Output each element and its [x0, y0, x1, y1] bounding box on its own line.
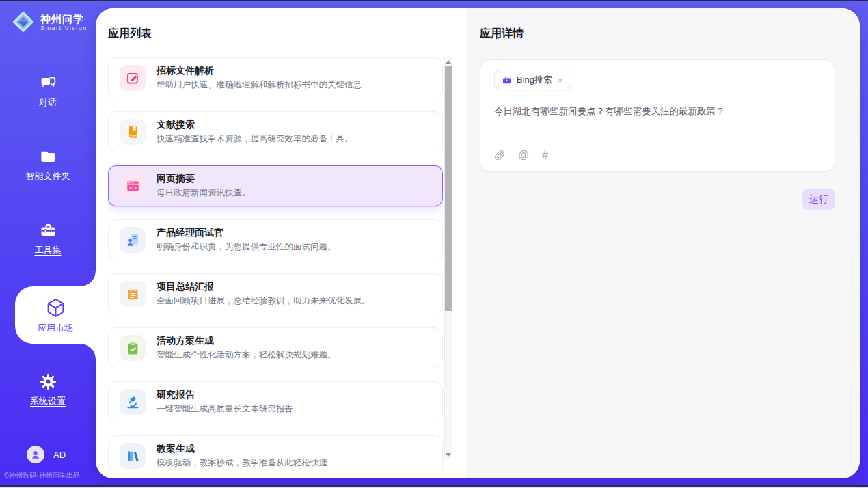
toolbox-icon — [39, 221, 57, 240]
brand-diamond-icon — [12, 10, 35, 33]
mention-icon[interactable]: @ — [518, 150, 529, 161]
sidebar-item-label: 对话 — [39, 98, 57, 107]
clipboard-check-icon — [120, 335, 146, 361]
app-card-text: 活动方案生成 智能生成个性化活动方案，轻松解决规划难题。 — [157, 335, 336, 361]
app-desc: 明确身份和职责，为您提供专业性的面试问题。 — [157, 241, 336, 253]
app-card-web-summary[interactable]: </> 网页摘要 每日政府新闻资讯快查。 — [108, 165, 443, 206]
app-detail-title: 应用详情 — [480, 27, 835, 41]
book-icon — [120, 119, 146, 145]
window-top-edge — [0, 0, 868, 1]
app-desc: 智能生成个性化活动方案，轻松解决规划难题。 — [157, 349, 336, 361]
sidebar-item-app-market[interactable]: 应用市场 — [15, 286, 96, 344]
microscope-icon — [120, 389, 146, 415]
attachment-icon[interactable] — [494, 150, 505, 161]
sidebar-item-toolset[interactable]: 工具集 — [0, 213, 96, 263]
sidebar-item-settings[interactable]: 系统设置 — [0, 364, 96, 414]
app-card-event-plan[interactable]: 活动方案生成 智能生成个性化活动方案，轻松解决规划难题。 — [108, 327, 443, 368]
app-title: 活动方案生成 — [157, 335, 336, 346]
app-card-text: 网页摘要 每日政府新闻资讯快查。 — [157, 173, 251, 199]
app-window: 神州问学 Smart Vision 对话 智能文件夹 — [0, 0, 868, 488]
brand-logo: 神州问学 Smart Vision — [0, 0, 96, 33]
brand-name: 神州问学 — [40, 13, 87, 25]
app-card-text: 项目总结汇报 全面回顾项目进展，总结经验教训，助力未来优化发展。 — [157, 281, 370, 307]
sidebar-item-label: 应用市场 — [38, 323, 73, 333]
sidebar-item-chat[interactable]: 对话 — [0, 65, 96, 116]
app-desc: 一键智能生成高质量长文本研究报告 — [157, 403, 293, 415]
user-initials: AD — [53, 450, 66, 460]
sidebar-item-label: 智能文件夹 — [26, 172, 70, 181]
avatar — [27, 446, 44, 463]
tool-tag-bing-search[interactable]: Bing搜索 × — [494, 70, 571, 90]
brand-text: 神州问学 Smart Vision — [40, 13, 87, 31]
app-title: 产品经理面试官 — [157, 227, 336, 238]
app-desc: 全面回顾项目进展，总结经验教训，助力未来优化发展。 — [157, 295, 370, 307]
scroll-down-arrow[interactable] — [445, 450, 452, 459]
person-icon — [29, 448, 42, 461]
books-icon — [120, 443, 146, 469]
sidebar-item-smart-folder[interactable]: 智能文件夹 — [0, 139, 96, 189]
sidebar-item-label: 系统设置 — [30, 396, 66, 406]
list-scrollbar[interactable] — [444, 57, 452, 459]
app-detail-panel: 应用详情 Bing搜索 × 今日湖北有哪些新闻要点？有哪些需要关注的最新政策？ — [466, 8, 860, 478]
pen-square-icon — [120, 65, 146, 91]
hashtag-icon[interactable]: # — [542, 150, 548, 161]
app-desc: 每日政府新闻资讯快查。 — [157, 187, 251, 199]
sidebar-nav: 对话 智能文件夹 工具集 — [0, 65, 96, 414]
app-title: 招标文件解析 — [157, 65, 362, 76]
app-title: 文献搜索 — [157, 119, 353, 130]
user-profile[interactable]: AD — [27, 446, 66, 463]
app-card-research-report[interactable]: 研究报告 一键智能生成高质量长文本研究报告 — [108, 381, 443, 422]
app-card-text: 招标文件解析 帮助用户快速、准确地理解和解析招标书中的关键信息 — [157, 65, 362, 91]
memo-icon — [120, 281, 146, 307]
app-list-title: 应用列表 — [108, 27, 152, 41]
prompt-text[interactable]: 今日湖北有哪些新闻要点？有哪些需要关注的最新政策？ — [494, 105, 821, 150]
app-card-pm-interviewer[interactable]: 产品经理面试官 明确身份和职责，为您提供专业性的面试问题。 — [108, 219, 443, 260]
gear-icon — [39, 372, 57, 391]
folder-icon — [39, 148, 57, 166]
copyright-text: ©神州数码·神州问学出品 — [4, 471, 80, 480]
app-title: 项目总结汇报 — [157, 281, 370, 292]
app-card-text: 产品经理面试官 明确身份和职责，为您提供专业性的面试问题。 — [157, 227, 336, 253]
app-title: 教案生成 — [157, 443, 327, 454]
tool-tag-label: Bing搜索 — [517, 74, 552, 86]
sidebar-item-label: 工具集 — [35, 245, 62, 255]
browser-code-icon: </> — [120, 173, 146, 199]
main-content: 应用列表 招标文件解析 帮助用户快速、准确地理解和解析招标书中的关键信息 — [96, 8, 860, 478]
briefcase-icon — [502, 75, 512, 85]
scroll-up-arrow[interactable] — [445, 57, 452, 66]
app-list-panel: 应用列表 招标文件解析 帮助用户快速、准确地理解和解析招标书中的关键信息 — [96, 8, 466, 478]
app-card-text: 研究报告 一键智能生成高质量长文本研究报告 — [157, 389, 293, 415]
app-title: 研究报告 — [157, 389, 293, 400]
sidebar: 神州问学 Smart Vision 对话 智能文件夹 — [0, 0, 96, 488]
app-card-literature-search[interactable]: 文献搜索 快速精准查找学术资源，提高研究效率的必备工具。 — [108, 111, 443, 152]
app-desc: 帮助用户快速、准确地理解和解析招标书中的关键信息 — [157, 79, 362, 91]
composer-toolbar: @ # — [494, 150, 821, 163]
close-icon[interactable]: × — [557, 76, 564, 85]
interviewer-icon — [120, 227, 146, 253]
cube-icon — [46, 298, 66, 318]
app-card-text: 文献搜索 快速精准查找学术资源，提高研究效率的必备工具。 — [157, 119, 353, 145]
run-button[interactable]: 运行 — [802, 189, 835, 210]
brand-subtitle: Smart Vision — [40, 25, 87, 31]
svg-text:</>: </> — [128, 185, 136, 189]
app-card-project-summary[interactable]: 项目总结汇报 全面回顾项目进展，总结经验教训，助力未来优化发展。 — [108, 273, 443, 314]
app-card-text: 教案生成 模板驱动，教案秒成，教学准备从此轻松快捷 — [157, 443, 327, 469]
app-desc: 快速精准查找学术资源，提高研究效率的必备工具。 — [157, 133, 353, 145]
app-card-lesson-plan[interactable]: 教案生成 模板驱动，教案秒成，教学准备从此轻松快捷 — [108, 435, 443, 472]
app-card-bid-doc-analysis[interactable]: 招标文件解析 帮助用户快速、准确地理解和解析招标书中的关键信息 — [108, 57, 443, 98]
app-desc: 模板驱动，教案秒成，教学准备从此轻松快捷 — [157, 457, 327, 469]
prompt-card: Bing搜索 × 今日湖北有哪些新闻要点？有哪些需要关注的最新政策？ @ # — [480, 59, 835, 172]
scrollbar-thumb[interactable] — [445, 66, 452, 311]
chat-icon — [39, 74, 57, 92]
app-title: 网页摘要 — [157, 173, 251, 184]
app-list: 招标文件解析 帮助用户快速、准确地理解和解析招标书中的关键信息 文献搜索 — [108, 57, 443, 472]
run-row: 运行 — [480, 189, 835, 210]
